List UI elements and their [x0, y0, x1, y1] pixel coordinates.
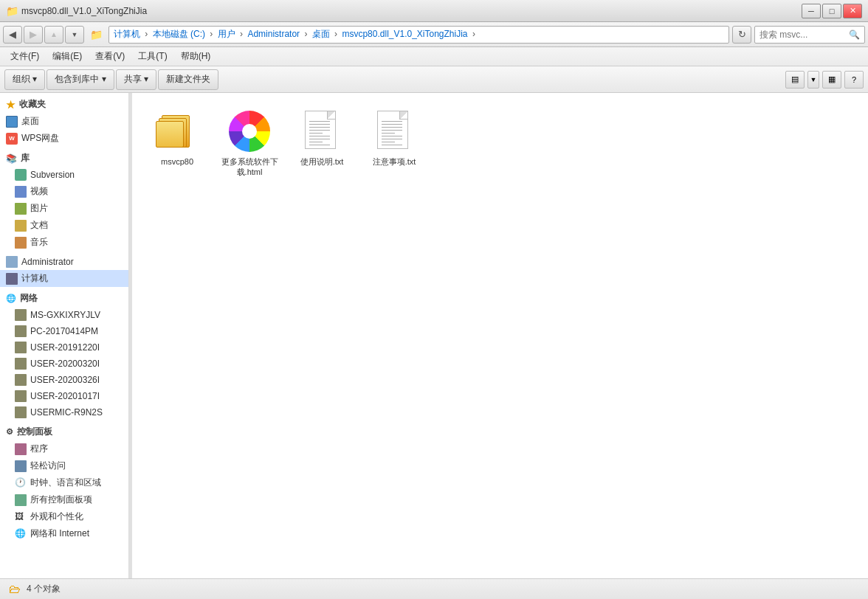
main: ★ 收藏夹 桌面 W WPS网盘 📚 库 Subversion 视频 图片	[0, 93, 868, 578]
search-icon[interactable]: 🔍	[849, 30, 860, 40]
music-icon	[15, 237, 27, 249]
share-label: 共享 ▾	[124, 73, 148, 86]
view-button-dropdown[interactable]: ▼	[807, 71, 819, 89]
breadcrumb-part-4[interactable]: Administrator	[247, 29, 300, 39]
sidebar-item-net-6[interactable]: USER-20201017I	[0, 388, 128, 404]
sidebar-music-label: 音乐	[30, 236, 48, 249]
titlebar-controls: ─ □ ✕	[802, 4, 862, 18]
library-icon: 📚	[6, 153, 17, 164]
menu-help[interactable]: 帮助(H)	[175, 49, 217, 64]
sidebar-item-allcontrol[interactable]: 所有控制面板项	[0, 491, 128, 508]
breadcrumb-bar[interactable]: 计算机 › 本地磁盘 (C:) › 用户 › Administrator › 桌…	[108, 26, 729, 44]
network-label: 网络	[20, 292, 38, 305]
notes-label: 注意事项.txt	[373, 156, 416, 167]
breadcrumb-part-5[interactable]: 桌面	[312, 29, 330, 39]
network-internet-icon: 🌐	[15, 528, 27, 540]
sidebar-item-net-4[interactable]: USER-20200320I	[0, 356, 128, 372]
addressbar: ◀ ▶ ▲ ▼ 📁 计算机 › 本地磁盘 (C:) › 用户 › Adminis…	[0, 22, 868, 47]
breadcrumb-part-6[interactable]: msvcp80.dll_V1.0_XiTongZhiJia	[342, 29, 467, 39]
share-button[interactable]: 共享 ▾	[116, 69, 156, 90]
sidebar-item-net-5[interactable]: USER-20200326I	[0, 372, 128, 388]
refresh-button[interactable]: ↻	[732, 26, 751, 44]
menu-view[interactable]: 查看(V)	[89, 49, 131, 64]
sidebar-item-wps[interactable]: W WPS网盘	[0, 130, 128, 147]
maximize-button[interactable]: □	[822, 4, 841, 18]
sidebar-item-doc[interactable]: 文档	[0, 217, 128, 234]
manual-label: 使用说明.txt	[300, 156, 344, 167]
sidebar-subversion-label: Subversion	[30, 170, 75, 180]
sidebar-net1-label: MS-GXKIXRYJLV	[30, 310, 100, 320]
download-icon	[227, 109, 272, 153]
net7-icon	[15, 406, 27, 418]
program-icon	[15, 443, 27, 455]
controlpanel-label: 控制面板	[17, 426, 52, 438]
view-button-details[interactable]: ▦	[822, 71, 841, 89]
search-box[interactable]: 🔍	[754, 26, 865, 44]
sidebar-item-computer[interactable]: 计算机	[0, 270, 128, 287]
new-folder-button[interactable]: 新建文件夹	[158, 69, 218, 90]
sidebar-item-music[interactable]: 音乐	[0, 234, 128, 251]
video-icon	[15, 186, 27, 198]
sidebar-item-subversion[interactable]: Subversion	[0, 167, 128, 183]
sidebar-favorites-header: ★ 收藏夹	[0, 96, 128, 113]
recent-button[interactable]: ▼	[65, 26, 84, 44]
content-area: msvcp80 更多系统软件下载.html	[132, 93, 868, 578]
star-icon: ★	[6, 99, 16, 111]
appearance-icon: 🖼	[15, 511, 27, 523]
help-button[interactable]: ?	[844, 71, 864, 89]
sidebar-item-net-2[interactable]: PC-20170414PM	[0, 323, 128, 339]
sidebar-item-appearance[interactable]: 🖼 外观和个性化	[0, 508, 128, 525]
new-folder-label: 新建文件夹	[166, 73, 210, 86]
minimize-button[interactable]: ─	[802, 4, 821, 18]
sidebar-controlpanel-header[interactable]: ⚙ 控制面板	[0, 423, 128, 440]
file-item-notes[interactable]: 注意事项.txt	[361, 105, 427, 182]
sidebar-item-network-internet[interactable]: 🌐 网络和 Internet	[0, 525, 128, 542]
file-item-download[interactable]: 更多系统软件下载.html	[216, 105, 283, 182]
file-item-msvcp80[interactable]: msvcp80	[144, 105, 210, 182]
net1-icon	[15, 309, 27, 321]
sidebar-network-internet-label: 网络和 Internet	[30, 527, 89, 540]
sidebar-clock-label: 时钟、语言和区域	[30, 477, 101, 489]
library-label: 库	[21, 152, 30, 165]
include-library-button[interactable]: 包含到库中 ▾	[46, 69, 114, 90]
view-button-list[interactable]: ▤	[785, 71, 805, 89]
sidebar-item-clock[interactable]: 🕐 时钟、语言和区域	[0, 474, 128, 491]
wps-icon: W	[6, 133, 18, 145]
search-input[interactable]	[760, 30, 846, 40]
menubar: 文件(F) 编辑(E) 查看(V) 工具(T) 帮助(H)	[0, 47, 868, 66]
sidebar-allcontrol-label: 所有控制面板项	[30, 494, 92, 506]
manual-icon	[300, 109, 344, 153]
file-item-manual[interactable]: 使用说明.txt	[289, 105, 355, 182]
sidebar-library-header[interactable]: 📚 库	[0, 150, 128, 167]
folder-stack-graphic	[156, 112, 199, 150]
net6-icon	[15, 390, 27, 402]
statusbar-folder-icon: 🗁	[9, 583, 21, 596]
sidebar-item-video[interactable]: 视频	[0, 183, 128, 200]
breadcrumb-part-1[interactable]: 计算机	[114, 29, 140, 39]
sidebar-item-admin[interactable]: Administrator	[0, 254, 128, 270]
breadcrumb-part-3[interactable]: 用户	[218, 29, 235, 39]
forward-button[interactable]: ▶	[24, 26, 43, 44]
sidebar-item-picture[interactable]: 图片	[0, 200, 128, 217]
sidebar-item-net-1[interactable]: MS-GXKIXRYJLV	[0, 307, 128, 323]
back-button[interactable]: ◀	[3, 26, 22, 44]
up-button[interactable]: ▲	[44, 26, 63, 44]
sidebar-item-easyaccess[interactable]: 轻松访问	[0, 457, 128, 474]
close-button[interactable]: ✕	[843, 4, 862, 18]
sidebar-item-net-3[interactable]: USER-20191220I	[0, 339, 128, 356]
breadcrumb-part-2[interactable]: 本地磁盘 (C:)	[153, 29, 205, 39]
menu-edit[interactable]: 编辑(E)	[46, 49, 88, 64]
sidebar-item-program[interactable]: 程序	[0, 440, 128, 457]
menu-tools[interactable]: 工具(T)	[132, 49, 173, 64]
sidebar-net3-label: USER-20191220I	[30, 342, 100, 353]
sidebar-item-net-7[interactable]: USERMIC-R9N2S	[0, 404, 128, 420]
subversion-icon	[15, 169, 27, 181]
organize-button[interactable]: 组织 ▾	[4, 69, 45, 90]
sidebar-network-header[interactable]: 🌐 网络	[0, 290, 128, 307]
sidebar-item-desktop[interactable]: 桌面	[0, 113, 128, 130]
sidebar-admin-label: Administrator	[21, 257, 74, 267]
network-icon: 🌐	[6, 294, 16, 303]
net2-icon	[15, 325, 27, 337]
sidebar-picture-label: 图片	[30, 202, 48, 215]
menu-file[interactable]: 文件(F)	[4, 49, 45, 64]
